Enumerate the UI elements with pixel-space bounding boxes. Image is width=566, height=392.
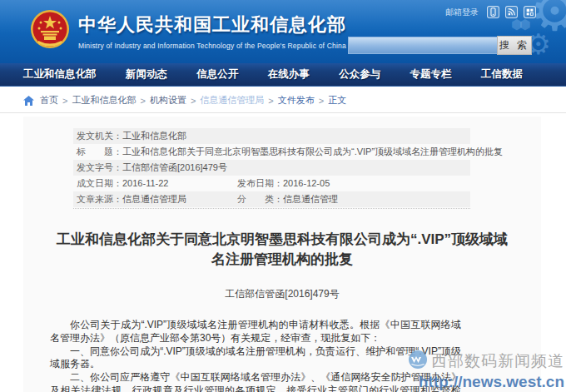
document-number: 工信部信管函[2016]479号 xyxy=(23,287,541,301)
search-button[interactable]: 搜 索 xyxy=(497,36,532,55)
meta-label: 标 题： xyxy=(77,146,122,156)
paragraph-item-1: 一、同意你公司成为“.VIP”顶级域的域名注册管理机构，负责运行、维护和管理“.… xyxy=(50,345,461,372)
meta-label: 成文日期： xyxy=(77,178,122,188)
search-input[interactable] xyxy=(348,37,497,54)
meta-label: 发布日期： xyxy=(237,178,283,188)
top-links: 邮箱登录 xyxy=(445,6,536,18)
breadcrumb-item-home[interactable]: 首页 xyxy=(40,94,58,107)
document-title: 工业和信息化部关于同意北京明智墨思科技有限公司成为“.VIP”顶级域域名注册管理… xyxy=(53,230,511,270)
paragraph-item-2: 二、你公司应严格遵守《中国互联网络域名管理办法》、《通信网络安全防护管理办法》及… xyxy=(50,371,461,392)
nav-item-public-participation[interactable]: 公众参与 xyxy=(339,67,380,82)
paragraph-intro: 你公司关于成为“.VIP”顶级域域名注册管理机构的申请材料收悉。根据《中国互联网… xyxy=(50,319,461,345)
rss-icon[interactable] xyxy=(505,6,518,18)
meta-label: 文章来源： xyxy=(77,194,122,204)
meta-value: 2016-11-22 xyxy=(122,178,168,188)
qrcode-icon[interactable] xyxy=(524,6,536,18)
nav-item-info-disclosure[interactable]: 信息公开 xyxy=(196,67,238,82)
breadcrumb: 首页 > 工业和信息化部 > 机构设置 > 信息通信管理局 > 文件发布 > 正… xyxy=(23,94,566,107)
breadcrumb-separator: > xyxy=(191,96,196,106)
site-header: ⚙ ⚙ ⬢⬢ 邮箱登录 xyxy=(0,0,566,63)
nav-item-special-topics[interactable]: 专题专栏 xyxy=(410,67,452,82)
meta-label: 分 类： xyxy=(237,194,283,204)
document-meta: 发文机关：工业和信息化部 标 题：工业和信息化部关于同意北京明智墨思科技有限公司… xyxy=(73,128,470,209)
breadcrumb-item-current[interactable]: 正文 xyxy=(328,94,346,107)
breadcrumb-separator: > xyxy=(62,96,67,106)
page: ⚙ ⚙ ⬢⬢ 邮箱登录 xyxy=(0,0,566,392)
breadcrumb-item-org-setup[interactable]: 机构设置 xyxy=(150,94,186,107)
document-body: 你公司关于成为“.VIP”顶级域域名注册管理机构的申请材料收悉。根据《中国互联网… xyxy=(50,319,461,392)
watermark-site-url[interactable]: http://news.west.cn xyxy=(408,373,564,391)
nav-item-online-services[interactable]: 在线办事 xyxy=(268,67,310,82)
meta-col2: 发布日期：2016-12-05 xyxy=(237,176,330,191)
search-bar: 搜 索 xyxy=(348,36,532,55)
divider xyxy=(0,112,566,113)
meta-value: 工业和信息化部 xyxy=(122,131,186,141)
site-title: 中华人民共和国工业和信息化部 xyxy=(78,12,346,37)
nav-item-data[interactable]: 工信数据 xyxy=(481,67,523,82)
hexagon-decoration-icon: ⬢⬢ xyxy=(511,17,528,32)
meta-value: 信息通信管理 xyxy=(283,194,338,204)
meta-row-issuing-authority: 发文机关：工业和信息化部 xyxy=(73,128,470,144)
brand: 中华人民共和国工业和信息化部 Ministry of Industry and … xyxy=(30,9,346,52)
meta-row-title: 标 题：工业和信息化部关于同意北京明智墨思科技有限公司成为“.VIP”顶级域域名… xyxy=(73,144,470,160)
breadcrumb-separator: > xyxy=(140,96,145,106)
mobile-icon[interactable] xyxy=(487,6,499,18)
meta-row-dates: 成文日期：2016-11-22 发布日期：2016-12-05 xyxy=(73,176,470,191)
breadcrumb-separator: > xyxy=(319,96,324,106)
meta-col2: 分 类：信息通信管理 xyxy=(237,191,338,207)
meta-row-doc-number: 发文字号：工信部信管函[2016]479号 xyxy=(73,160,470,176)
breadcrumb-item-bureau[interactable]: 信息通信管理局 xyxy=(200,94,264,107)
site-subtitle: Ministry of Industry and Information Tec… xyxy=(78,42,346,50)
nav-item-ministry[interactable]: 工业和信息化部 xyxy=(23,67,97,82)
breadcrumb-item-ministry[interactable]: 工业和信息化部 xyxy=(72,94,136,107)
meta-value: 2016-12-05 xyxy=(283,178,330,188)
meta-label: 发文字号： xyxy=(77,162,122,172)
meta-value: 信息通信管理局 xyxy=(122,194,186,204)
main-nav: 工业和信息化部 新闻动态 信息公开 在线办事 公众参与 专题专栏 工信数据 xyxy=(0,63,566,87)
breadcrumb-item-file-release[interactable]: 文件发布 xyxy=(278,94,315,107)
home-icon[interactable] xyxy=(23,96,34,106)
meta-value: 工业和信息化部关于同意北京明智墨思科技有限公司成为“.VIP”顶级域域名注册管理… xyxy=(122,146,503,156)
national-emblem-icon xyxy=(30,9,70,52)
breadcrumb-separator: > xyxy=(268,96,273,106)
article-panel: 发文机关：工业和信息化部 标 题：工业和信息化部关于同意北京明智墨思科技有限公司… xyxy=(23,117,541,392)
mail-login-link[interactable]: 邮箱登录 xyxy=(445,7,479,18)
meta-value: 工信部信管函[2016]479号 xyxy=(122,162,227,172)
meta-row-source-category: 文章来源：信息通信管理局 分 类：信息通信管理 xyxy=(73,191,470,207)
titles: 中华人民共和国工业和信息化部 Ministry of Industry and … xyxy=(78,12,346,50)
nav-item-news[interactable]: 新闻动态 xyxy=(126,67,167,82)
meta-label: 发文机关： xyxy=(77,131,122,141)
